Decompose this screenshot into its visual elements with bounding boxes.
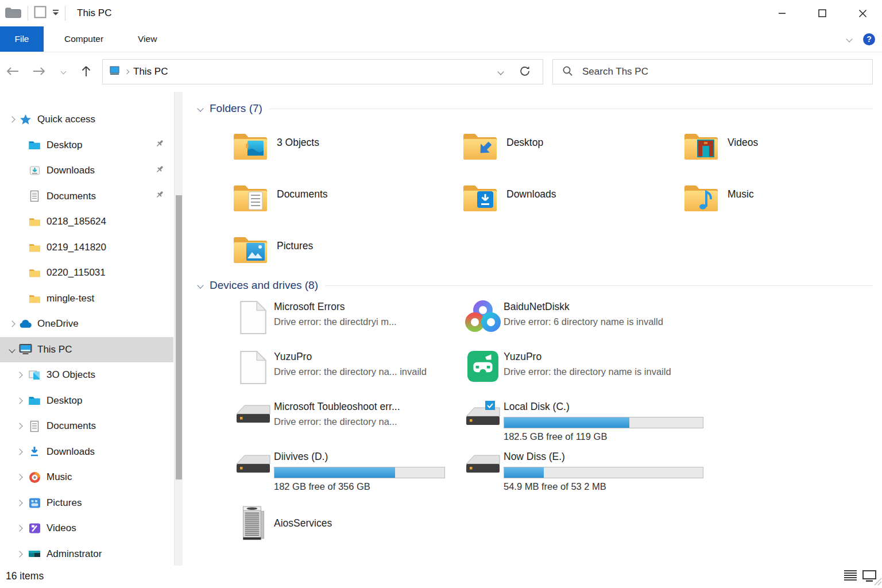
- desktop-folder-icon: [28, 139, 41, 152]
- refresh-button[interactable]: [519, 65, 531, 80]
- close-button[interactable]: [845, 0, 880, 26]
- resize-grip[interactable]: [874, 578, 882, 588]
- device-tile-baidunetdiskk[interactable]: BaiduNetDiskk Drive error: 6 directory n…: [462, 299, 684, 349]
- folder-tile-desktop[interactable]: Desktop: [462, 122, 683, 173]
- group-collapse-icon[interactable]: [197, 105, 203, 111]
- chevron-right-icon[interactable]: [16, 551, 22, 557]
- ribbon-collapse-icon[interactable]: [846, 36, 852, 42]
- search-box[interactable]: [552, 59, 873, 84]
- chevron-right-icon[interactable]: [9, 321, 15, 327]
- properties-button-icon[interactable]: [34, 6, 47, 21]
- sidebar-item-administrator[interactable]: Adminstrator: [0, 541, 173, 566]
- sidebar-item-documents-pinned[interactable]: Documents: [0, 184, 173, 210]
- device-name: Diivives (D.): [274, 451, 445, 463]
- device-tile-microsoft-errors[interactable]: Microsoft Errors Drive error: the direct…: [233, 299, 462, 349]
- sidebar-item-videos[interactable]: Videos: [0, 516, 173, 541]
- device-tile-yuzupro-file[interactable]: YuzuPro Drive error: the directory na...…: [233, 349, 462, 399]
- navigation-toolbar: This PC: [0, 53, 882, 91]
- folder-icon[interactable]: [5, 5, 22, 21]
- quick-access-toolbar: This PC: [0, 5, 111, 21]
- sidebar-item-documents[interactable]: Documents: [0, 413, 173, 439]
- device-tile-drive-d[interactable]: Diivives (D.) 182 GB free of 356 GB: [233, 448, 462, 498]
- device-tile-aiosservices[interactable]: AiosServices: [233, 498, 462, 548]
- group-title: Folders (7): [210, 102, 262, 115]
- status-bar: 16 items: [0, 566, 882, 588]
- chevron-right-icon[interactable]: [16, 397, 22, 404]
- group-header-folders[interactable]: Folders (7): [198, 102, 873, 115]
- sidebar-item-quick-access[interactable]: Quick access: [0, 107, 173, 133]
- sidebar-item-downloads-pinned[interactable]: Downloads: [0, 158, 173, 184]
- sidebar-scrollbar[interactable]: [174, 92, 183, 566]
- pin-icon[interactable]: [155, 139, 164, 151]
- sidebar-item-desktop[interactable]: Desktop: [0, 388, 173, 414]
- chevron-right-icon[interactable]: [16, 474, 22, 481]
- pin-icon[interactable]: [155, 165, 164, 177]
- device-tile-troubleshoot[interactable]: Microsoft Toubleoshoot err... Drive erro…: [233, 399, 462, 448]
- device-status: Drive error: the directdryi m...: [274, 315, 397, 328]
- address-bar[interactable]: This PC: [102, 59, 543, 84]
- music-folder-icon: [683, 183, 719, 215]
- folder-tile-pictures[interactable]: Pictures: [233, 225, 462, 277]
- search-input[interactable]: [581, 65, 825, 78]
- folder-tile-videos[interactable]: Videos: [683, 122, 758, 173]
- sidebar-item-music[interactable]: Music: [0, 465, 173, 490]
- sidebar-item-folder[interactable]: 0220_115031: [0, 260, 173, 286]
- sidebar-item-desktop-pinned[interactable]: Desktop: [0, 133, 173, 158]
- folder-tile-3-objects[interactable]: 3 Objects: [233, 122, 462, 173]
- chevron-right-icon[interactable]: [16, 448, 22, 455]
- help-button[interactable]: ?: [863, 33, 875, 45]
- divider: [325, 285, 873, 286]
- up-button[interactable]: [78, 61, 94, 82]
- sidebar-item-this-pc[interactable]: This PC: [0, 337, 173, 363]
- folder-tile-documents[interactable]: Documents: [233, 173, 462, 225]
- details-view-icon[interactable]: [844, 570, 857, 583]
- pin-icon[interactable]: [155, 190, 164, 202]
- back-button[interactable]: [5, 61, 21, 82]
- hard-drive-icon: [233, 448, 274, 478]
- folder-icon: [28, 241, 41, 254]
- device-tile-drive-e[interactable]: Now Diss (E.) 54.9 MB free of 53 2 MB: [462, 448, 684, 498]
- folder-tile-downloads[interactable]: Downloads: [462, 173, 683, 225]
- breadcrumb-this-pc[interactable]: This PC: [133, 66, 168, 78]
- divider: [28, 6, 28, 21]
- recent-locations-dropdown-icon[interactable]: [55, 61, 71, 82]
- sidebar-item-folder[interactable]: 0219_141820: [0, 235, 173, 261]
- sidebar-item-downloads[interactable]: Downloads: [0, 439, 173, 465]
- sidebar-item-onedrive[interactable]: OneDrive: [0, 311, 173, 337]
- tab-computer[interactable]: Computer: [51, 26, 117, 52]
- sidebar-item-folder[interactable]: mingle-test: [0, 286, 173, 312]
- folder-tile-music[interactable]: Music: [683, 173, 758, 225]
- quick-access-star-icon: [18, 113, 32, 126]
- chevron-down-icon[interactable]: [9, 346, 15, 353]
- forward-button[interactable]: [31, 61, 47, 82]
- sidebar-item-3d-objects[interactable]: 3O Objects: [0, 362, 173, 388]
- chevron-right-icon[interactable]: [16, 525, 22, 532]
- group-collapse-icon[interactable]: [197, 282, 203, 288]
- chevron-right-icon[interactable]: [16, 500, 22, 506]
- chevron-right-icon[interactable]: [16, 423, 22, 430]
- sidebar-item-label: OneDrive: [37, 318, 79, 330]
- customize-toolbar-dropdown-icon[interactable]: [52, 8, 59, 18]
- document-icon: [28, 420, 41, 432]
- group-header-devices[interactable]: Devices and drives (8): [198, 279, 873, 292]
- group-title: Devices and drives (8): [210, 279, 318, 292]
- sidebar-item-label: Desktop: [47, 395, 82, 407]
- chevron-right-icon[interactable]: [9, 117, 15, 123]
- sidebar-item-label: Documents: [47, 191, 96, 202]
- sidebar-item-label: 0218_185624: [47, 216, 106, 227]
- device-tile-local-disk-c[interactable]: Local Disk (C.) 182.5 GB free of 119 GB: [462, 399, 684, 448]
- chevron-right-icon[interactable]: [16, 372, 22, 378]
- sidebar-item-folder[interactable]: 0218_185624: [0, 209, 173, 235]
- maximize-button[interactable]: [805, 0, 840, 26]
- scrollbar-thumb[interactable]: [176, 195, 182, 479]
- 3d-objects-icon: [28, 369, 41, 381]
- sidebar-item-pictures[interactable]: Pictures: [0, 490, 173, 516]
- tab-file[interactable]: File: [0, 26, 44, 52]
- minimize-button[interactable]: [765, 0, 799, 26]
- device-name: YuzuPro: [274, 351, 427, 363]
- tab-view[interactable]: View: [124, 26, 171, 52]
- tile-label: Music: [728, 188, 754, 200]
- device-tile-yuzupro[interactable]: YuzuPro Drive error: the directory name …: [462, 349, 684, 399]
- breadcrumb-chevron-icon[interactable]: [125, 69, 129, 74]
- disk-free-text: 54.9 MB free of 53 2 MB: [504, 481, 684, 492]
